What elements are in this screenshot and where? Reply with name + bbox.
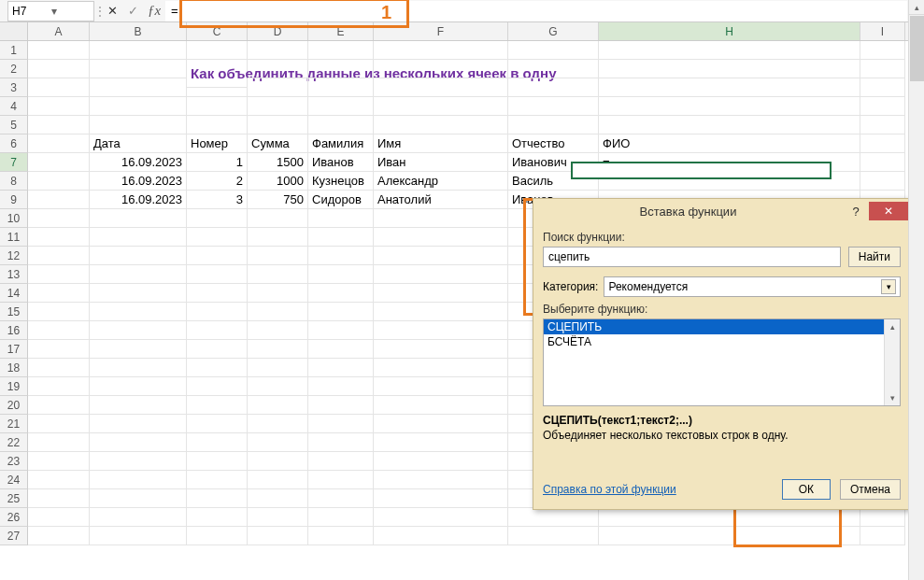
cell[interactable]: 1000 [248,172,308,191]
name-box-value: H7 [12,5,51,18]
cell[interactable]: Александр [374,172,508,191]
insert-function-dialog: Вставка функции ? ✕ Поиск функции: Найти… [533,198,911,510]
function-item[interactable]: БСЧЁТА [544,334,884,349]
find-button[interactable]: Найти [848,247,901,267]
hdr-sum[interactable]: Сумма [248,134,308,153]
row-header[interactable]: 24 [0,471,28,489]
scroll-down-icon[interactable]: ▾ [885,390,900,405]
col-header-E[interactable]: E [308,22,374,40]
cancel-button[interactable]: Отмена [840,479,901,500]
cell[interactable]: 16.09.2023 [90,153,187,172]
row-header[interactable]: 21 [0,415,28,433]
row-header[interactable]: 23 [0,452,28,471]
row-header[interactable]: 11 [0,228,28,247]
row-header[interactable]: 12 [0,247,28,265]
function-item[interactable]: СЦЕПИТЬ [544,319,884,334]
row-header[interactable]: 16 [0,321,28,340]
cell[interactable]: 2 [187,172,248,191]
col-header-G[interactable]: G [508,22,599,40]
separator: ⋮ [94,5,102,18]
cell[interactable]: 3 [187,191,248,209]
row-header[interactable]: 20 [0,396,28,415]
row-header[interactable]: 6 [0,134,28,153]
cell[interactable]: 16.09.2023 [90,172,187,191]
category-label: Категория: [543,280,598,293]
row-header[interactable]: 7 [0,153,28,172]
cell[interactable]: 16.09.2023 [90,191,187,209]
formula-bar: H7 ▾ ⋮ ✕ ✓ ƒx ⌄ [0,0,924,22]
ok-button[interactable]: ОК [782,479,831,500]
row-header[interactable]: 25 [0,489,28,508]
fx-icon[interactable]: ƒx [143,3,165,19]
row-header[interactable]: 18 [0,359,28,377]
search-label: Поиск функции: [543,231,901,244]
category-select[interactable]: Рекомендуется ▾ [604,276,901,297]
cell[interactable]: Иван [374,153,508,172]
col-header-F[interactable]: F [374,22,508,40]
row-header[interactable]: 14 [0,284,28,303]
dialog-help-button[interactable]: ? [843,205,869,219]
cell[interactable]: 1 [187,153,248,172]
cell[interactable] [599,172,860,191]
col-header-D[interactable]: D [248,22,308,40]
hdr-date[interactable]: Дата [90,134,187,153]
col-header-I[interactable]: I [860,22,905,40]
confirm-icon[interactable]: ✓ [122,1,143,21]
formula-input[interactable] [165,1,907,21]
col-header-B[interactable]: B [90,22,187,40]
row-header[interactable]: 22 [0,433,28,452]
select-function-label: Выберите функцию: [543,303,901,316]
row-header[interactable]: 10 [0,209,28,228]
cell[interactable]: Василь [508,172,599,191]
name-box[interactable]: H7 ▾ [7,1,94,21]
function-description: Объединяет несколько текстовых строк в о… [543,429,901,442]
scroll-thumb[interactable] [910,16,924,81]
hdr-firstname[interactable]: Имя [374,134,508,153]
cell[interactable]: 1500 [248,153,308,172]
column-headers: A B C D E F G H I [0,22,924,41]
row-header[interactable]: 2 [0,60,28,78]
row-header[interactable]: 19 [0,377,28,396]
sheet-title [187,41,248,60]
hdr-patronymic[interactable]: Отчество [508,134,599,153]
row-header[interactable]: 17 [0,340,28,359]
row-header[interactable]: 5 [0,116,28,134]
category-value: Рекомендуется [608,280,688,293]
function-listbox[interactable]: СЦЕПИТЬ БСЧЁТА ▴ ▾ [543,318,901,406]
cell[interactable]: Сидоров [308,191,374,209]
hdr-fio[interactable]: ФИО [599,134,860,153]
row-header[interactable]: 8 [0,172,28,191]
col-header-A[interactable]: A [28,22,90,40]
function-signature: СЦЕПИТЬ(текст1;текст2;...) [543,414,901,427]
select-all-corner[interactable] [0,22,28,40]
cell[interactable]: Кузнецов [308,172,374,191]
scroll-up-icon[interactable]: ▴ [909,0,924,15]
row-header[interactable]: 9 [0,191,28,209]
row-header[interactable]: 3 [0,78,28,97]
col-header-C[interactable]: C [187,22,248,40]
dialog-titlebar[interactable]: Вставка функции ? ✕ [533,199,910,223]
function-help-link[interactable]: Справка по этой функции [543,483,773,496]
row-header[interactable]: 13 [0,265,28,284]
cell[interactable]: Иванович [508,153,599,172]
listbox-scrollbar[interactable]: ▴ ▾ [884,319,900,405]
row-header[interactable]: 26 [0,508,28,527]
row-header[interactable]: 4 [0,97,28,116]
cancel-icon[interactable]: ✕ [102,1,122,21]
row-header[interactable]: 15 [0,303,28,321]
cell-active[interactable]: = [599,153,860,172]
row-header[interactable]: 27 [0,527,28,545]
name-box-dropdown-icon[interactable]: ▾ [51,5,91,18]
close-icon[interactable]: ✕ [869,202,908,220]
cell[interactable]: 750 [248,191,308,209]
cell[interactable]: Анатолий [374,191,508,209]
hdr-lastname[interactable]: Фамилия [308,134,374,153]
scroll-up-icon[interactable]: ▴ [885,319,900,334]
function-search-input[interactable] [543,247,841,267]
dialog-title: Вставка функции [533,205,843,219]
cell[interactable]: Иванов [308,153,374,172]
hdr-number[interactable]: Номер [187,134,248,153]
col-header-H[interactable]: H [599,22,860,40]
row-header[interactable]: 1 [0,41,28,60]
vertical-scrollbar[interactable]: ▴ [908,0,924,580]
